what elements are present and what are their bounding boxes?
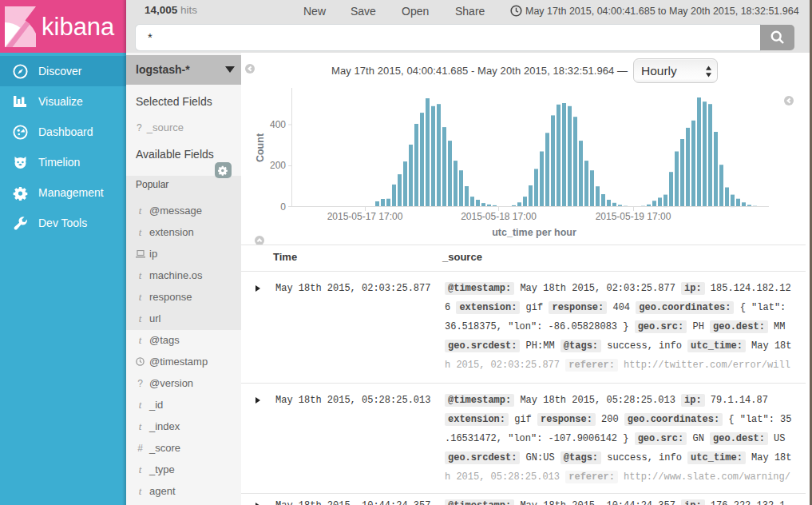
- svg-text:200: 200: [270, 160, 286, 171]
- svg-text:2015-05-19 17:00: 2015-05-19 17:00: [596, 211, 671, 222]
- svg-text:2015-05-17 17:00: 2015-05-17 17:00: [327, 211, 403, 222]
- svg-text:utc_time per hour: utc_time per hour: [492, 227, 576, 238]
- svg-text:0: 0: [280, 201, 286, 213]
- svg-text:Count: Count: [255, 133, 266, 162]
- svg-text:400: 400: [270, 119, 286, 130]
- svg-text:2015-05-18 17:00: 2015-05-18 17:00: [461, 211, 537, 222]
